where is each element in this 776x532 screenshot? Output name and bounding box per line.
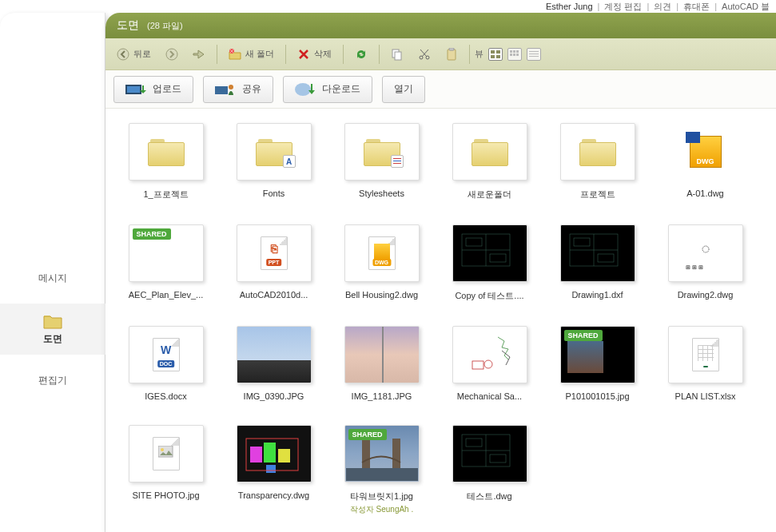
clipboard-icon [445,48,458,61]
view-small-icons-button[interactable] [507,48,522,61]
file-item[interactable]: Copy of 테스트.... [436,224,543,302]
file-item[interactable]: 프로젝트 [543,123,651,200]
file-name: Drawing1.dxf [571,290,623,300]
file-item[interactable]: Transparency.dwg [220,425,328,515]
file-item[interactable]: IMG_0390.JPG [220,326,328,401]
svg-rect-24 [215,86,228,94]
view-list-button[interactable] [527,48,541,61]
svg-rect-17 [513,54,515,56]
file-item[interactable]: DWG Bell Housing2.dwg [328,224,436,302]
copy-button[interactable] [384,45,410,64]
main-panel: 도면 (28 파일) 뒤로 새 폴더 [105,13,776,532]
userbar-link-autocad[interactable]: AutoCAD 블 [722,1,770,13]
upload-label: 업로드 [153,82,181,96]
file-grid: 1_프로젝트 A Fonts Stylesheets 새로운폴더 프로젝트 DW… [105,109,776,532]
folder-icon [43,313,62,329]
svg-rect-33 [466,238,482,246]
svg-rect-14 [513,50,515,53]
open-button[interactable]: 열기 [382,76,425,103]
file-name: 테스트.dwg [467,490,511,502]
userbar-link-mobile[interactable]: 휴대폰 [683,1,710,13]
file-item[interactable]: SHARED P101001015.jpg [543,326,651,401]
svg-rect-4 [395,52,401,60]
file-name: SITE PHOTO.jpg [132,490,199,500]
sidebar-item-drawings[interactable]: 도면 [0,304,105,355]
forward-button[interactable] [159,45,185,64]
svg-point-43 [484,360,492,368]
user-bar: Esther Jung | 계정 편집 | 의견 | 휴대폰 | AutoCAD… [546,0,770,13]
file-item[interactable]: IMG_1181.JPG [328,326,436,401]
svg-point-25 [229,85,233,89]
userbar-link-feedback[interactable]: 의견 [654,1,671,13]
sidebar-item-messages[interactable]: 메시지 [0,252,105,304]
scissors-icon [418,48,431,61]
svg-rect-21 [529,56,539,57]
file-name: 새로운폴더 [468,189,511,200]
back-label: 뒤로 [133,48,151,60]
file-item[interactable]: ⊞ ⊞ ⊞ Drawing2.dwg [651,224,759,302]
file-item[interactable]: Stylesheets [328,123,436,200]
up-icon [193,48,205,61]
new-folder-icon [229,48,241,61]
new-folder-button[interactable]: 새 폴더 [222,45,281,64]
svg-rect-7 [448,50,456,60]
file-name: IGES.docx [145,391,187,401]
paste-button[interactable] [439,45,464,64]
delete-label: 삭제 [314,48,332,60]
svg-rect-38 [574,238,590,246]
file-item[interactable]: Drawing1.dxf [543,224,651,302]
svg-point-1 [166,49,177,60]
svg-rect-58 [490,455,506,463]
svg-text:⊞ ⊞ ⊞: ⊞ ⊞ ⊞ [686,264,703,270]
svg-rect-15 [516,50,519,53]
file-item[interactable]: 새로운폴더 [436,123,543,200]
up-button[interactable] [186,45,212,64]
svg-rect-48 [278,449,290,463]
svg-point-26 [295,83,311,96]
file-name: 타워브릿지1.jpg [350,490,413,502]
file-name: A-01.dwg [686,189,723,198]
svg-rect-12 [496,55,500,58]
svg-rect-27 [393,158,401,159]
svg-rect-51 [362,439,370,470]
svg-rect-46 [250,447,262,463]
userbar-link-account[interactable]: 계정 편집 [604,1,642,13]
forward-icon [165,48,178,61]
file-name: AEC_Plan_Elev_... [129,290,204,300]
back-button[interactable]: 뒤로 [110,45,157,64]
file-item[interactable]: SHARED 타워브릿지1.jpg 작성자 SeungAh . [328,425,436,515]
open-label: 열기 [394,82,413,96]
file-name: Fonts [263,189,285,198]
file-item[interactable]: 테스트.dwg [436,425,543,515]
refresh-button[interactable] [348,45,374,64]
file-item[interactable]: SHARED AEC_Plan_Elev_... [112,224,220,302]
view-large-icons-button[interactable] [488,48,503,61]
delete-button[interactable]: 삭제 [291,45,338,64]
file-item[interactable]: Mechanical Sa... [436,326,543,401]
copy-icon [391,48,404,61]
file-name: Bell Housing2.dwg [345,290,418,300]
file-item[interactable]: A Fonts [220,123,328,200]
username: Esther Jung [546,2,593,11]
file-item[interactable]: WDOC IGES.docx [112,326,220,401]
file-name: P101001015.jpg [565,391,629,401]
file-name: PLAN LIST.xlsx [675,391,736,401]
upload-icon [125,82,146,97]
share-icon [215,82,236,97]
back-icon [117,48,129,61]
file-item[interactable]: DWG A-01.dwg [651,123,759,200]
svg-rect-53 [346,468,418,481]
svg-point-0 [117,49,129,60]
file-item[interactable]: SITE PHOTO.jpg [112,425,220,515]
download-button[interactable]: 다운로드 [283,76,372,103]
file-item[interactable]: 1_프로젝트 [112,123,220,200]
file-name: Stylesheets [359,189,404,198]
file-item[interactable]: ⎘PPT AutoCAD2010d... [220,224,328,302]
file-name: 1_프로젝트 [143,189,188,200]
share-button[interactable]: 공유 [203,76,273,103]
file-item[interactable]: PLAN LIST.xlsx [651,326,759,401]
upload-button[interactable]: 업로드 [113,76,193,103]
svg-point-40 [702,246,709,252]
sidebar-item-editor[interactable]: 편집기 [0,355,105,406]
cut-button[interactable] [412,45,437,64]
